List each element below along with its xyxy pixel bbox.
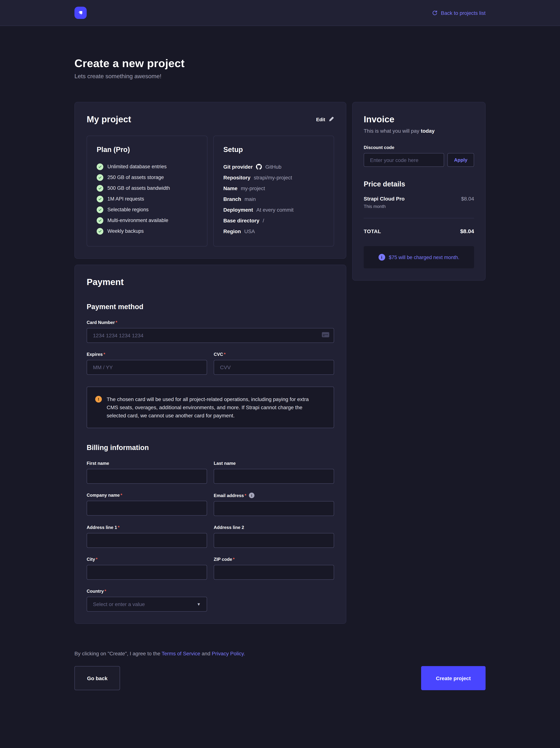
- address-line-1-label: Address line 1*: [87, 525, 207, 530]
- card-usage-notice-text: The chosen card will be used for all pro…: [107, 395, 313, 420]
- plan-feature-list: Unlimited database entries 250 GB of ass…: [97, 161, 197, 236]
- check-icon: [97, 185, 103, 191]
- line-item-amount: $8.04: [461, 196, 474, 202]
- invoice-title: Invoice: [364, 114, 474, 124]
- plan-feature: Selectable regions: [97, 204, 197, 215]
- payment-title: Payment: [87, 277, 334, 287]
- city-field: City*: [87, 557, 207, 580]
- city-input[interactable]: [87, 565, 207, 580]
- setup-box: Setup Git provider GitHub: [213, 136, 334, 247]
- check-icon: [97, 206, 103, 213]
- required-mark: *: [116, 320, 117, 325]
- page-title: Create a new project: [74, 57, 486, 70]
- info-icon: i: [378, 254, 385, 261]
- required-mark: *: [224, 352, 225, 357]
- warning-icon: !: [95, 396, 102, 402]
- invoice-card: Invoice This is what you will pay today …: [352, 102, 486, 281]
- main-content: Create a new project Lets create somethi…: [74, 57, 486, 691]
- go-back-button[interactable]: Go back: [74, 666, 120, 691]
- country-select[interactable]: Select or enter a value ▼: [87, 597, 207, 612]
- line-item-name: Strapi Cloud Pro: [364, 196, 405, 202]
- zip-code-label: ZIP code*: [214, 557, 334, 562]
- strapi-logo[interactable]: [74, 7, 87, 19]
- required-mark: *: [104, 589, 106, 594]
- plan-feature: 1M API requests: [97, 193, 197, 204]
- first-name-field: First name: [87, 461, 207, 484]
- github-icon: [256, 164, 262, 169]
- required-mark: *: [121, 493, 122, 498]
- card-usage-notice: ! The chosen card will be used for all p…: [87, 387, 334, 428]
- expires-input[interactable]: [87, 360, 207, 375]
- plan-feature: Multi-environment available: [97, 215, 197, 226]
- privacy-policy-link[interactable]: Privacy Policy.: [212, 651, 245, 657]
- top-bar: Back to projects list: [0, 0, 560, 26]
- last-name-field: Last name: [214, 461, 334, 484]
- cvc-input[interactable]: [214, 360, 334, 375]
- first-name-label: First name: [87, 461, 207, 466]
- back-to-projects-link[interactable]: Back to projects list: [432, 10, 486, 16]
- total-amount: $8.04: [460, 228, 474, 234]
- setup-row-region: Region USA: [223, 226, 324, 236]
- billing-information-title: Billing information: [87, 444, 334, 452]
- discount-code-input[interactable]: [364, 153, 444, 167]
- card-number-field: Card Number*: [87, 320, 334, 343]
- zip-code-input[interactable]: [214, 565, 334, 580]
- total-row: TOTAL $8.04: [364, 228, 474, 234]
- edit-button[interactable]: Edit: [316, 116, 334, 122]
- my-project-title: My project: [87, 114, 131, 124]
- price-line-item: Strapi Cloud Pro $8.04: [364, 196, 474, 202]
- invoice-subtitle: This is what you will pay today: [364, 128, 474, 134]
- setup-row-git-provider: Git provider GitHub: [223, 161, 324, 172]
- divider: [364, 218, 474, 218]
- discount-code-section: Discount code Apply: [364, 145, 474, 167]
- terms-of-service-link[interactable]: Terms of Service: [162, 651, 200, 657]
- cvc-label: CVC*: [214, 352, 334, 357]
- zip-code-field: ZIP code*: [214, 557, 334, 580]
- required-mark: *: [96, 557, 97, 562]
- email-input[interactable]: [214, 501, 334, 516]
- setup-box-title: Setup: [223, 146, 324, 154]
- line-item-period: This month: [364, 204, 474, 209]
- info-icon[interactable]: i: [249, 493, 254, 498]
- payment-method-title: Payment method: [87, 303, 334, 311]
- email-field: Email address* i: [214, 493, 334, 516]
- setup-row-base-directory: Base directory /: [223, 215, 324, 226]
- apply-button[interactable]: Apply: [447, 153, 474, 167]
- first-name-input[interactable]: [87, 469, 207, 484]
- my-project-card: My project Edit Plan (Pro): [74, 102, 346, 259]
- address-line-1-input[interactable]: [87, 533, 207, 548]
- total-label: TOTAL: [364, 228, 381, 234]
- setup-row-name: Name my-project: [223, 183, 324, 193]
- address-line-2-field: Address line 2: [214, 525, 334, 548]
- plan-feature: 250 GB of assets storage: [97, 172, 197, 183]
- email-label: Email address*: [214, 493, 246, 498]
- company-name-field: Company name*: [87, 493, 207, 516]
- plan-feature: Unlimited database entries: [97, 161, 197, 172]
- price-details-title: Price details: [364, 180, 474, 188]
- create-project-button[interactable]: Create project: [421, 666, 486, 691]
- last-name-input[interactable]: [214, 469, 334, 484]
- expires-label: Expires*: [87, 352, 207, 357]
- expires-field: Expires*: [87, 352, 207, 375]
- check-icon: [97, 174, 103, 181]
- address-line-2-input[interactable]: [214, 533, 334, 548]
- page-subtitle: Lets create something awesome!: [74, 73, 486, 80]
- setup-row-branch: Branch main: [223, 193, 324, 204]
- back-arrow-icon: [432, 10, 438, 16]
- required-mark: *: [118, 525, 119, 530]
- city-label: City*: [87, 557, 207, 562]
- next-month-charge-text: $75 will be charged next month.: [389, 254, 459, 260]
- address-line-2-label: Address line 2: [214, 525, 334, 530]
- check-icon: [97, 195, 103, 202]
- company-name-input[interactable]: [87, 501, 207, 516]
- setup-row-repository: Repository strapi/my-project: [223, 172, 324, 183]
- back-link-label: Back to projects list: [441, 10, 486, 16]
- strapi-cloud-create-project-page: Back to projects list Create a new proje…: [0, 0, 560, 748]
- plan-feature: Weekly backups: [97, 226, 197, 236]
- footer-actions: Go back Create project: [74, 666, 486, 691]
- card-number-input[interactable]: [87, 328, 334, 343]
- plan-box-title: Plan (Pro): [97, 146, 197, 154]
- strapi-logo-icon: [77, 9, 84, 17]
- payment-card: Payment Payment method Card Number*: [74, 265, 346, 624]
- credit-card-icon: [321, 331, 330, 340]
